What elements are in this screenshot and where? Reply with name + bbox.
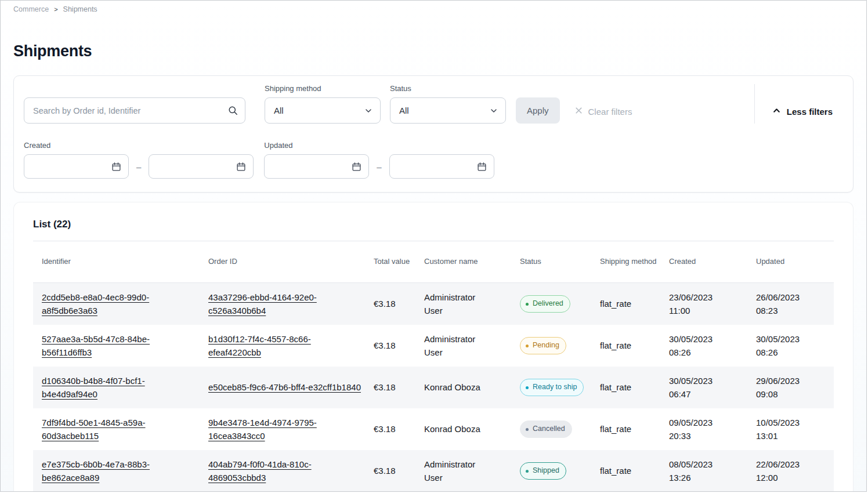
status-dot-icon bbox=[526, 428, 529, 431]
page-title: Shipments bbox=[13, 42, 866, 60]
updated-date: 29/06/2023 09:08 bbox=[756, 367, 830, 408]
total-value: €3.18 bbox=[374, 290, 424, 317]
column-header-order-id: Order ID bbox=[208, 256, 374, 267]
identifier-link[interactable]: 527aae3a-5b5d-47c8-84be-b56f11d6ffb3 bbox=[42, 334, 150, 357]
shipments-list: List (22) IdentifierOrder IDTotal valueC… bbox=[13, 202, 853, 492]
shipping-method-value: All bbox=[274, 106, 284, 115]
breadcrumb-commerce[interactable]: Commerce bbox=[13, 5, 49, 13]
shipping-method: flat_rate bbox=[600, 457, 669, 484]
range-separator: – bbox=[377, 162, 381, 172]
customer-name: Administrator User bbox=[424, 325, 520, 367]
identifier-link[interactable]: d106340b-b4b8-4f07-bcf1-b4e4d9af94e0 bbox=[42, 376, 145, 399]
updated-date: 10/05/2023 13:01 bbox=[756, 409, 830, 450]
clear-filters-label: Clear filters bbox=[588, 107, 632, 117]
created-date: 30/05/2023 08:26 bbox=[669, 325, 756, 367]
identifier-link[interactable]: 2cdd5eb8-e8a0-4ec8-99d0-a8f5db6e3a63 bbox=[42, 292, 149, 316]
calendar-icon bbox=[236, 162, 246, 174]
column-header-updated: Updated bbox=[756, 256, 830, 267]
created-date: 30/05/2023 06:47 bbox=[669, 367, 756, 408]
status-filter: Status All bbox=[390, 84, 506, 124]
column-header-identifier: Identifier bbox=[33, 256, 208, 267]
chevron-down-icon bbox=[490, 107, 498, 117]
order-id-link[interactable]: 43a37296-ebbd-4164-92e0-c526a340b6b4 bbox=[208, 292, 317, 316]
updated-label: Updated bbox=[264, 141, 494, 150]
order-id-link[interactable]: 9b4e3478-1e4d-4974-9795-16cea3843cc0 bbox=[208, 418, 317, 441]
status-dot-icon bbox=[526, 345, 529, 347]
chevron-down-icon bbox=[364, 107, 372, 117]
status-dot-icon bbox=[526, 386, 529, 389]
updated-to-field bbox=[389, 154, 494, 179]
table-row: 7df9f4bd-50e1-4845-a59a-60d3acbeb115 9b4… bbox=[33, 408, 834, 450]
identifier-link[interactable]: 7df9f4bd-50e1-4845-a59a-60d3acbeb115 bbox=[42, 418, 145, 441]
clear-filters-button[interactable]: Clear filters bbox=[574, 106, 632, 117]
table-header: IdentifierOrder IDTotal valueCustomer na… bbox=[33, 241, 834, 283]
status-dot-icon bbox=[526, 303, 529, 306]
shipping-method: flat_rate bbox=[600, 290, 669, 317]
updated-range-filter: Updated – bbox=[264, 141, 494, 179]
total-value: €3.18 bbox=[374, 415, 424, 443]
shipping-method-label: Shipping method bbox=[265, 84, 381, 93]
created-from-field bbox=[24, 154, 129, 179]
range-separator: – bbox=[136, 162, 141, 172]
table-row: e7e375cb-6b0b-4e7a-88b3-be862ace8a89 404… bbox=[33, 450, 834, 492]
status-value: All bbox=[399, 106, 409, 115]
column-header-created: Created bbox=[669, 256, 756, 267]
created-to-field bbox=[149, 154, 254, 179]
customer-name: Administrator User bbox=[424, 284, 520, 325]
identifier-link[interactable]: e7e375cb-6b0b-4e7a-88b3-be862ace8a89 bbox=[42, 459, 150, 483]
updated-date: 30/05/2023 08:26 bbox=[756, 325, 830, 367]
table-row: d106340b-b4b8-4f07-bcf1-b4e4d9af94e0 e50… bbox=[33, 367, 834, 408]
order-id-link[interactable]: 404ab794-f0f0-41da-810c-4869053cbbd3 bbox=[208, 459, 312, 483]
status-badge: Pending bbox=[520, 337, 566, 354]
table-row: 527aae3a-5b5d-47c8-84be-b56f11d6ffb3 b1d… bbox=[33, 325, 834, 367]
status-text: Pending bbox=[533, 340, 559, 351]
filters-row-primary: Shipping method All Status All bbox=[24, 84, 833, 124]
breadcrumb: Commerce > Shipments bbox=[1, 1, 866, 18]
breadcrumb-separator-icon: > bbox=[54, 6, 57, 13]
shipments-table: IdentifierOrder IDTotal valueCustomer na… bbox=[33, 241, 834, 492]
status-badge: Ready to ship bbox=[520, 379, 584, 396]
shipments-page: Commerce > Shipments Shipments Shipping … bbox=[0, 0, 867, 492]
status-badge: Shipped bbox=[520, 462, 566, 479]
search-icon bbox=[228, 106, 238, 118]
search-input[interactable] bbox=[24, 97, 245, 124]
shipping-method-filter: Shipping method All bbox=[265, 84, 381, 124]
created-date: 08/05/2023 13:26 bbox=[669, 451, 756, 492]
status-select[interactable]: All bbox=[390, 97, 506, 124]
status-badge: Cancelled bbox=[520, 420, 572, 437]
column-header-customer-name: Customer name bbox=[424, 256, 520, 267]
customer-name: Konrad Oboza bbox=[424, 415, 520, 443]
table-body: 2cdd5eb8-e8a0-4ec8-99d0-a8f5db6e3a63 43a… bbox=[33, 283, 834, 492]
calendar-icon bbox=[477, 162, 487, 174]
close-icon bbox=[574, 106, 583, 117]
order-id-link[interactable]: b1d30f12-7f4c-4557-8c66-efeaf4220cbb bbox=[208, 334, 311, 357]
updated-from-field bbox=[264, 154, 369, 179]
updated-date: 26/06/2023 08:23 bbox=[756, 284, 830, 325]
less-filters-toggle[interactable]: Less filters bbox=[772, 106, 833, 117]
list-title: List (22) bbox=[33, 219, 834, 230]
calendar-icon bbox=[352, 162, 361, 174]
status-text: Delivered bbox=[533, 298, 563, 309]
total-value: €3.18 bbox=[374, 457, 424, 484]
column-header-total-value: Total value bbox=[374, 256, 424, 267]
filters-divider bbox=[754, 84, 755, 124]
customer-name: Administrator User bbox=[424, 451, 520, 492]
status-text: Shipped bbox=[533, 465, 559, 476]
total-value: €3.18 bbox=[374, 332, 424, 359]
status-text: Ready to ship bbox=[533, 382, 577, 393]
updated-date: 22/06/2023 12:00 bbox=[756, 451, 830, 492]
status-dot-icon bbox=[526, 470, 529, 473]
apply-button[interactable]: Apply bbox=[516, 97, 560, 124]
created-date: 09/05/2023 20:33 bbox=[669, 409, 756, 450]
shipping-method-select[interactable]: All bbox=[265, 97, 381, 124]
status-badge: Delivered bbox=[520, 295, 570, 312]
column-header-shipping-method: Shipping method bbox=[600, 256, 669, 267]
customer-name: Konrad Oboza bbox=[424, 374, 520, 401]
filters-row-dates: Created – bbox=[24, 141, 833, 179]
created-range-filter: Created – bbox=[24, 141, 254, 179]
total-value: €3.18 bbox=[374, 374, 424, 401]
search-field bbox=[24, 97, 245, 124]
created-date: 23/06/2023 11:00 bbox=[669, 284, 756, 325]
order-id-link[interactable]: e50ceb85-f9c6-47b6-bff4-e32cff1b1840 bbox=[208, 382, 361, 392]
shipping-method: flat_rate bbox=[600, 332, 669, 359]
